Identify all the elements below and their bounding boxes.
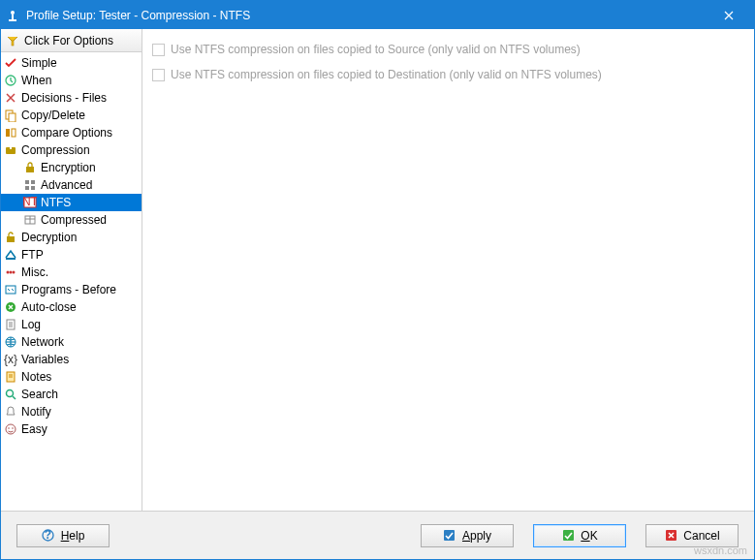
sidebar-item-advanced[interactable]: Advanced <box>1 176 142 194</box>
sidebar-item-label: Log <box>21 318 41 331</box>
net-icon <box>3 334 18 350</box>
titlebar: Profile Setup: Tester - Compression - NT… <box>1 1 754 29</box>
checkbox-icon[interactable] <box>152 69 165 81</box>
apply-button[interactable]: Apply <box>421 524 514 547</box>
sidebar-item-label: When <box>21 74 51 87</box>
sidebar-item-variables[interactable]: {x}Variables <box>1 351 142 368</box>
svg-point-33 <box>12 427 14 429</box>
search-icon <box>3 387 18 402</box>
help-button[interactable]: ? Help <box>16 524 110 547</box>
button-label: Help <box>61 529 85 543</box>
sidebar-item-notify[interactable]: Notify <box>1 403 142 420</box>
misc-icon <box>3 264 18 280</box>
svg-rect-19 <box>7 236 15 242</box>
decide-icon <box>3 90 18 106</box>
log-icon <box>3 317 18 332</box>
sidebar-item-label: FTP <box>21 248 44 262</box>
svg-point-30 <box>7 390 14 397</box>
note-icon <box>3 369 18 385</box>
svg-rect-24 <box>6 286 16 294</box>
sidebar-item-decisions-files[interactable]: Decisions - Files <box>1 89 142 107</box>
button-label: Apply <box>462 529 491 543</box>
svg-rect-11 <box>26 167 34 172</box>
sidebar-item-encryption[interactable]: Encryption <box>1 159 142 176</box>
checkbox-icon[interactable] <box>152 44 165 56</box>
window-title: Profile Setup: Tester - Compression - NT… <box>26 9 707 22</box>
sidebar-item-easy[interactable]: Easy <box>1 420 142 438</box>
sidebar-item-label: Search <box>21 388 58 401</box>
compare-icon <box>3 125 18 140</box>
svg-text:NT: NT <box>23 196 37 208</box>
svg-point-21 <box>7 271 10 274</box>
apply-icon <box>443 529 456 543</box>
sidebar-item-search[interactable]: Search <box>1 386 142 403</box>
svg-point-23 <box>13 271 16 274</box>
options-label: Click For Options <box>24 34 113 47</box>
checkbox-label: Use NTFS compression on files copied to … <box>171 68 602 81</box>
svg-rect-37 <box>563 530 574 541</box>
sidebar-item-copy-delete[interactable]: Copy/Delete <box>1 107 142 124</box>
cancel-icon <box>664 529 677 543</box>
ok-icon <box>561 529 575 543</box>
sidebar-item-label: Compare Options <box>21 126 112 140</box>
svg-rect-3 <box>12 41 14 46</box>
sidebar-item-label: Programs - Before <box>21 283 116 296</box>
sidebar-item-programs-before[interactable]: Programs - Before <box>1 281 142 298</box>
nav-tree: SimpleWhenDecisions - FilesCopy/DeleteCo… <box>1 52 142 511</box>
svg-rect-8 <box>12 129 16 137</box>
sidebar-item-ntfs[interactable]: NTNTFS <box>1 194 142 211</box>
svg-point-0 <box>11 11 15 15</box>
vars-icon: {x} <box>3 352 18 367</box>
body-area: Click For Options SimpleWhenDecisions - … <box>1 29 754 511</box>
ok-button[interactable]: OK <box>533 524 626 547</box>
unlock-icon <box>3 230 18 245</box>
sidebar-item-label: Encryption <box>41 161 96 174</box>
options-icon <box>5 33 20 48</box>
cancel-button[interactable]: Cancel <box>645 524 739 547</box>
sidebar-item-compressed[interactable]: Compressed <box>1 211 142 229</box>
sidebar-item-label: Variables <box>21 353 69 366</box>
sidebar-item-notes[interactable]: Notes <box>1 368 142 386</box>
sidebar-item-label: Decisions - Files <box>21 91 107 105</box>
sidebar: Click For Options SimpleWhenDecisions - … <box>1 29 142 511</box>
svg-rect-14 <box>25 186 29 190</box>
box-icon <box>22 212 38 228</box>
svg-rect-1 <box>12 15 14 19</box>
prog-icon <box>3 282 18 297</box>
svg-rect-12 <box>25 180 29 184</box>
sidebar-item-misc-[interactable]: Misc. <box>1 264 142 281</box>
checkbox-row-source[interactable]: Use NTFS compression on files copied to … <box>152 43 744 56</box>
sidebar-item-label: Advanced <box>41 178 92 192</box>
ftp-icon <box>3 247 18 263</box>
sidebar-item-auto-close[interactable]: Auto-close <box>1 298 142 316</box>
sidebar-item-label: Easy <box>21 422 47 436</box>
check-icon <box>3 55 18 71</box>
svg-rect-7 <box>6 129 10 137</box>
sidebar-item-decryption[interactable]: Decryption <box>1 229 142 246</box>
sidebar-item-compare-options[interactable]: Compare Options <box>1 124 142 141</box>
sidebar-item-label: Network <box>21 335 64 349</box>
app-icon <box>5 8 20 23</box>
sidebar-item-network[interactable]: Network <box>1 333 142 351</box>
svg-point-22 <box>10 271 13 274</box>
content-pane: Use NTFS compression on files copied to … <box>142 29 754 511</box>
options-header[interactable]: Click For Options <box>1 29 142 52</box>
svg-point-32 <box>8 427 10 429</box>
sidebar-item-when[interactable]: When <box>1 72 142 89</box>
sidebar-item-ftp[interactable]: FTP <box>1 246 142 264</box>
close-button[interactable] <box>707 1 750 29</box>
sidebar-item-compression[interactable]: Compression <box>1 141 142 159</box>
button-bar: ? Help Apply OK Cancel <box>1 511 754 559</box>
sidebar-item-simple[interactable]: Simple <box>1 54 142 72</box>
lock-icon <box>22 160 38 175</box>
sidebar-item-label: Decryption <box>21 231 77 244</box>
sidebar-item-log[interactable]: Log <box>1 316 142 333</box>
sidebar-item-label: Copy/Delete <box>21 109 85 122</box>
sidebar-item-label: Notify <box>21 405 51 419</box>
sidebar-item-label: Misc. <box>21 265 48 279</box>
svg-text:?: ? <box>45 529 51 542</box>
checkbox-row-destination[interactable]: Use NTFS compression on files copied to … <box>152 68 744 81</box>
svg-rect-15 <box>31 186 35 190</box>
checkbox-label: Use NTFS compression on files copied to … <box>171 43 581 56</box>
copy-icon <box>3 108 18 123</box>
